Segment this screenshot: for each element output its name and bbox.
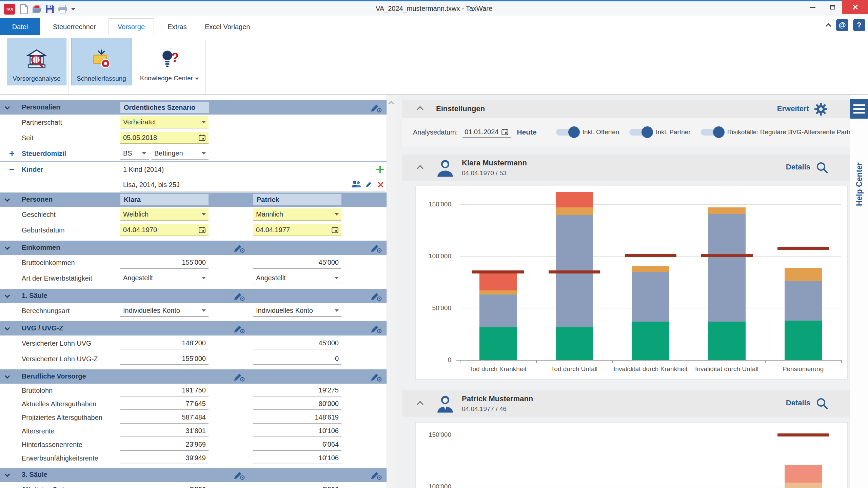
tab-datei[interactable]: Datei: [0, 18, 40, 35]
date-field[interactable]: 05.05.2018: [120, 132, 209, 144]
heute-button[interactable]: Heute: [517, 128, 536, 136]
maximize-button[interactable]: [823, 0, 842, 14]
number-field[interactable]: 10'106: [253, 425, 341, 437]
edit-pencil-icon[interactable]: [365, 180, 374, 189]
erweitert-link[interactable]: Erweitert: [777, 104, 809, 113]
select-field[interactable]: Individuelles Konto: [253, 305, 341, 317]
segment-green: [632, 322, 669, 360]
number-field[interactable]: 80'000: [253, 398, 341, 410]
chevron-down-icon[interactable]: [5, 293, 10, 298]
select-field[interactable]: Männlich: [253, 208, 341, 221]
edit-pencil-icon[interactable]: [233, 371, 247, 382]
toggle-inkl-partner: Inkl. Partner: [629, 128, 690, 136]
select-field[interactable]: Angestellt: [253, 272, 341, 284]
number-field[interactable]: 587'484: [120, 411, 209, 424]
chevron-down-icon[interactable]: [5, 245, 10, 250]
new-document-icon[interactable]: [19, 4, 29, 15]
toggle-switch[interactable]: [701, 129, 723, 136]
select-field[interactable]: Angestellt: [120, 272, 209, 284]
taxware-logo-icon[interactable]: [4, 4, 15, 15]
number-field[interactable]: 77'645: [120, 398, 209, 410]
print-icon[interactable]: [57, 4, 68, 15]
number-field[interactable]: 6'800: [253, 484, 341, 488]
edit-pencil-icon[interactable]: [370, 371, 384, 382]
number-field[interactable]: 39'949: [120, 452, 209, 464]
collapse-minus-icon[interactable]: [9, 167, 14, 172]
select-field[interactable]: Bettingen: [152, 147, 209, 160]
analysis-date-field[interactable]: 01.01.2024: [462, 126, 511, 138]
number-field[interactable]: 23'969: [120, 439, 209, 451]
edit-pencil-icon[interactable]: [370, 323, 384, 334]
select-field[interactable]: Verheiratet: [120, 116, 209, 128]
collapse-klara-icon[interactable]: [417, 165, 423, 172]
schnellerfassung-button[interactable]: Schnellerfassung: [71, 38, 132, 85]
collapse-ribbon-icon[interactable]: [826, 23, 831, 29]
help-center-tab[interactable]: Help Center: [854, 162, 864, 206]
select-field[interactable]: Weiblich: [120, 208, 209, 221]
chevron-down-icon[interactable]: [5, 325, 10, 331]
scroll-up-icon[interactable]: [389, 101, 394, 107]
number-field[interactable]: 31'801: [120, 425, 209, 437]
number-field[interactable]: 6'064: [253, 439, 341, 451]
toggle-switch[interactable]: [629, 129, 651, 136]
edit-pencil-icon[interactable]: [233, 470, 247, 481]
customize-toolbar-dropdown-icon[interactable]: [70, 4, 76, 15]
hamburger-menu-icon[interactable]: [850, 99, 868, 119]
edit-pencil-icon[interactable]: [370, 291, 384, 302]
date-field[interactable]: 04.04.1977: [253, 224, 341, 236]
number-field[interactable]: 19'275: [253, 384, 341, 396]
number-field[interactable]: 10'106: [253, 452, 341, 464]
number-field[interactable]: 45'000: [253, 257, 341, 269]
save-icon[interactable]: [44, 4, 55, 15]
vorsorgeanalyse-button[interactable]: Vorsorgeanalyse: [7, 38, 66, 85]
date-field[interactable]: 04.04.1970: [120, 224, 209, 236]
expand-plus-icon[interactable]: [9, 151, 14, 156]
add-child-icon[interactable]: [376, 166, 384, 173]
number-field[interactable]: 155'000: [120, 257, 209, 269]
edit-pencil-icon[interactable]: [233, 291, 247, 302]
segment-red: [479, 273, 517, 290]
collapse-settings-icon[interactable]: [417, 106, 423, 113]
minimize-button[interactable]: [803, 0, 823, 14]
magnifier-icon-klara[interactable]: [816, 161, 829, 176]
gear-icon[interactable]: [814, 102, 828, 118]
select-field[interactable]: Individuelles Konto: [120, 305, 209, 317]
magnifier-icon-patrick[interactable]: [816, 397, 829, 411]
edit-pencil-icon[interactable]: [370, 102, 384, 113]
chevron-down-icon[interactable]: [5, 373, 10, 379]
toggle-switch[interactable]: [556, 129, 578, 136]
tab-steuerrechner[interactable]: Steuerrechner: [44, 18, 105, 35]
help-question-icon[interactable]: [853, 19, 865, 31]
select-field[interactable]: BS: [120, 147, 149, 160]
details-patrick-link[interactable]: Details: [786, 399, 810, 407]
toggle-inkl-offerten: Inkl. Offerten: [556, 128, 619, 136]
tab-extras[interactable]: Extras: [159, 18, 196, 35]
number-field[interactable]: 45'000: [253, 337, 341, 349]
number-field[interactable]: 0: [253, 353, 341, 365]
number-field[interactable]: 155'000: [120, 353, 209, 365]
details-klara-link[interactable]: Details: [786, 163, 810, 171]
edit-pencil-icon[interactable]: [233, 243, 247, 253]
number-field[interactable]: 191'750: [120, 384, 209, 396]
chevron-down-icon[interactable]: [5, 104, 10, 110]
number-field[interactable]: 148'200: [120, 337, 209, 349]
collapse-patrick-icon[interactable]: [417, 401, 423, 408]
tab-excel-vorlagen[interactable]: Excel Vorlagen: [196, 18, 259, 35]
edit-pencil-icon[interactable]: [370, 470, 384, 481]
edit-pencil-icon[interactable]: [370, 243, 384, 253]
number-field[interactable]: 148'619: [253, 411, 341, 424]
close-button[interactable]: [842, 0, 868, 14]
number-field[interactable]: 6'800: [120, 484, 209, 488]
gridline: [460, 204, 841, 205]
quick-entry-icon: [90, 48, 113, 72]
form-scrollbar[interactable]: [387, 95, 396, 488]
open-file-icon[interactable]: [32, 4, 42, 15]
delete-icon[interactable]: [377, 181, 384, 188]
edit-pencil-icon[interactable]: [233, 323, 247, 334]
contact-at-icon[interactable]: [836, 19, 848, 31]
chevron-down-icon[interactable]: [5, 472, 10, 477]
people-icon[interactable]: [351, 180, 361, 189]
tab-vorsorge[interactable]: Vorsorge: [108, 18, 154, 35]
chevron-down-icon[interactable]: [5, 197, 10, 202]
knowledge-center-button[interactable]: ? Knowledge Center: [136, 38, 203, 85]
